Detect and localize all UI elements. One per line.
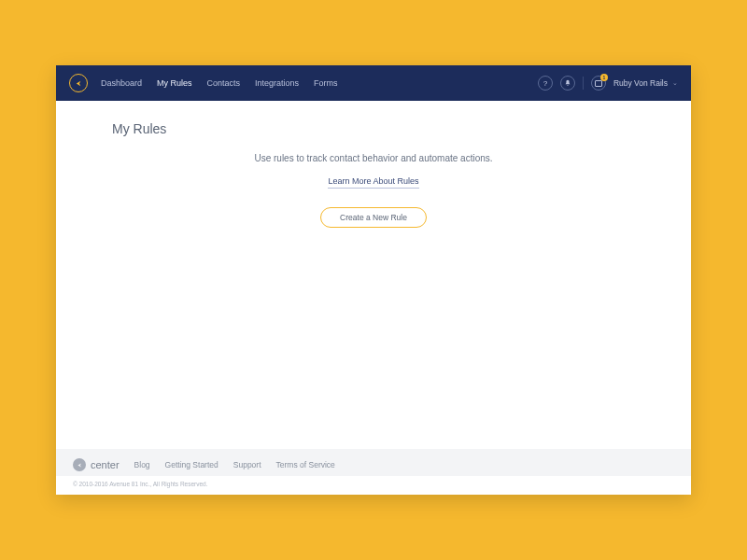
help-icon-glyph: ? xyxy=(543,79,547,88)
help-icon[interactable]: ? xyxy=(538,76,553,91)
footer-link-support[interactable]: Support xyxy=(233,460,261,469)
nav-items: Dashboard My Rules Contacts Integrations… xyxy=(101,78,338,88)
app-switcher-icon[interactable]: 1 xyxy=(591,76,606,91)
create-rule-button[interactable]: Create a New Rule xyxy=(320,207,427,228)
user-name-label: Ruby Von Rails xyxy=(613,78,668,88)
footer-link-blog[interactable]: Blog xyxy=(134,460,150,469)
empty-state: Use rules to track contact behavior and … xyxy=(112,153,635,228)
footer-link-getting-started[interactable]: Getting Started xyxy=(165,460,218,469)
footer-logo: center xyxy=(73,458,120,471)
chevron-down-icon: ⌄ xyxy=(672,79,678,87)
nav-divider xyxy=(583,77,584,90)
nav-item-my-rules[interactable]: My Rules xyxy=(157,78,192,88)
app-window: Dashboard My Rules Contacts Integrations… xyxy=(56,65,691,495)
footer: center Blog Getting Started Support Term… xyxy=(56,449,691,476)
copyright: © 2010-2016 Avenue 81 Inc., All Rights R… xyxy=(56,476,691,495)
nav-item-contacts[interactable]: Contacts xyxy=(207,78,241,88)
top-nav: Dashboard My Rules Contacts Integrations… xyxy=(56,65,691,101)
nav-item-forms[interactable]: Forms xyxy=(314,78,338,88)
page-title: My Rules xyxy=(112,121,635,136)
nav-item-integrations[interactable]: Integrations xyxy=(255,78,299,88)
footer-links: Blog Getting Started Support Terms of Se… xyxy=(134,460,335,469)
footer-brand-label: center xyxy=(91,459,120,470)
learn-more-link[interactable]: Learn More About Rules xyxy=(328,176,418,189)
empty-description: Use rules to track contact behavior and … xyxy=(112,153,635,163)
footer-logo-icon xyxy=(73,458,86,471)
nav-item-dashboard[interactable]: Dashboard xyxy=(101,78,142,88)
user-menu[interactable]: Ruby Von Rails ⌄ xyxy=(613,78,678,88)
notification-badge: 1 xyxy=(600,74,608,81)
footer-link-terms[interactable]: Terms of Service xyxy=(276,460,335,469)
nav-right: ? 1 Ruby Von Rails ⌄ xyxy=(538,76,678,91)
main-content: My Rules Use rules to track contact beha… xyxy=(56,101,691,449)
bell-icon[interactable] xyxy=(560,76,575,91)
brand-logo-icon[interactable] xyxy=(69,74,88,92)
